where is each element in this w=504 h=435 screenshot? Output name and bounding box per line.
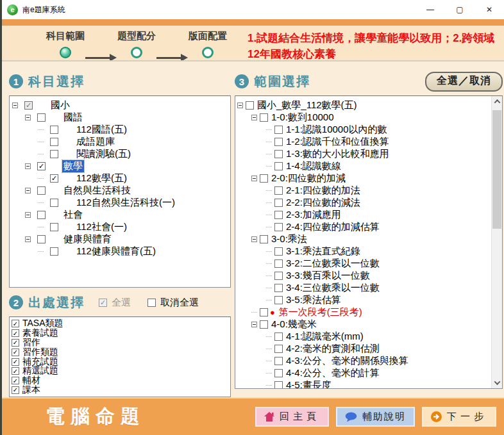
tree-node-label[interactable]: 1-3:數的大小比較和應用 (285, 148, 391, 160)
checkbox-icon[interactable] (274, 150, 283, 158)
source-list-item[interactable]: ✓精選試題 (12, 366, 230, 376)
tree-node-label[interactable]: 2-2:四位數的減法 (285, 197, 362, 209)
select-all-toggle-button[interactable]: 全選／取消 (425, 72, 503, 92)
step-subject-range[interactable]: 科目範圍 (42, 30, 89, 58)
tree-node-label[interactable]: 2-1:四位數的加法 (285, 185, 362, 197)
checkbox-icon[interactable] (50, 138, 58, 146)
tree-node-label[interactable]: 112自然與生活科技(一) (75, 197, 176, 209)
tree-node-label[interactable]: 4-1:認識毫米(mm) (285, 331, 365, 343)
tree-node-label[interactable]: 4-0:幾毫米 (270, 318, 318, 331)
minimize-button[interactable]: — (416, 0, 445, 19)
checkbox-icon[interactable]: ✓ (12, 339, 19, 347)
checkbox-icon[interactable] (50, 223, 58, 231)
deselect-all-checkbox[interactable]: 取消全選 (147, 297, 199, 309)
tree-node-label[interactable]: 3-2:二位數乘以一位數 (285, 258, 381, 270)
expander-minus-icon[interactable] (12, 103, 18, 108)
tree-node-label[interactable]: 3-3:幾百乘以一位數 (285, 270, 371, 282)
tree-node-label[interactable]: 4-4:公分、毫米的計算 (285, 367, 381, 379)
checkbox-icon[interactable] (274, 357, 283, 365)
expander-minus-icon[interactable] (251, 115, 257, 120)
expander-minus-icon[interactable] (25, 188, 31, 193)
expander-minus-icon[interactable] (251, 322, 257, 327)
step-question-allocation[interactable]: 題型配分 (113, 30, 160, 58)
scroll-up-button[interactable] (492, 96, 502, 107)
checkbox-icon[interactable] (274, 369, 283, 377)
checkbox-icon[interactable]: ✓ (12, 386, 19, 394)
checkbox-icon[interactable] (50, 126, 58, 134)
tree-node-label[interactable]: 閱讀測驗(五) (75, 148, 132, 160)
checkbox-icon[interactable] (37, 186, 46, 195)
checkbox-icon[interactable] (274, 223, 283, 231)
tree-node-label[interactable]: 國小 (49, 99, 71, 111)
tree-node-label[interactable]: 4-5:畫長度 (285, 379, 333, 389)
checkbox-icon[interactable] (37, 235, 46, 243)
checkbox-icon[interactable] (274, 162, 283, 170)
tree-node-label[interactable]: 3-5:乘法估算 (285, 294, 342, 306)
home-button[interactable]: 回主頁 (255, 407, 329, 427)
expander-minus-icon[interactable] (251, 236, 257, 242)
scrollbar[interactable] (491, 96, 502, 388)
checkbox-icon[interactable] (274, 381, 283, 389)
checkbox-icon[interactable] (274, 138, 283, 146)
tree-node-label[interactable]: 健康與體育 (62, 233, 113, 245)
checkbox-icon[interactable]: ✓ (12, 377, 19, 384)
checkbox-icon[interactable] (50, 199, 58, 207)
source-list-item[interactable]: ✓課本 (12, 386, 230, 395)
checkbox-icon[interactable] (274, 126, 283, 134)
checkbox-icon[interactable] (274, 296, 283, 304)
source-list-item[interactable]: ✓素養試題 (12, 329, 230, 338)
checkbox-icon[interactable] (274, 272, 283, 280)
next-step-button[interactable]: 下一步 (422, 407, 496, 427)
checkbox-icon[interactable]: ✓ (12, 320, 19, 327)
checkbox-icon[interactable] (260, 113, 268, 122)
expander-minus-icon[interactable] (25, 115, 31, 120)
checkbox-icon[interactable] (37, 113, 46, 122)
tree-node-label[interactable]: 1-4:認識數線 (285, 160, 342, 172)
tree-node-label[interactable]: 數學 (62, 160, 84, 172)
maximize-button[interactable]: ▢ (445, 0, 475, 19)
tree-node-label[interactable]: 2-0:四位數的加減 (270, 172, 347, 185)
tree-node-label[interactable]: 1-1:認識10000以內的數 (285, 124, 389, 136)
tree-node-label[interactable]: 1-2:認識千位和位值換算 (285, 136, 391, 148)
checkbox-icon[interactable]: ✓ (12, 358, 19, 366)
checkbox-icon[interactable] (274, 345, 283, 353)
checkbox-icon[interactable]: ✓ (12, 349, 19, 356)
close-button[interactable]: ✕ (475, 0, 504, 19)
tree-node-label[interactable]: 4-3:公分、毫米的關係與換算 (285, 355, 410, 367)
checkbox-icon[interactable] (274, 211, 283, 219)
tree-node-label[interactable]: 1-0:數到10000 (270, 111, 335, 124)
tree-node-label[interactable]: 3-0:乘法 (270, 233, 308, 245)
checkbox-icon[interactable] (274, 332, 283, 341)
expander-minus-icon[interactable] (25, 212, 31, 218)
scrollbar-thumb[interactable] (492, 110, 501, 229)
tree-node-label[interactable]: 國語 (62, 111, 84, 124)
checkbox-icon[interactable] (50, 150, 58, 158)
help-button[interactable]: 輔助說明 (336, 407, 415, 427)
checkbox-icon[interactable]: ✓ (24, 101, 33, 110)
checkbox-icon[interactable] (274, 199, 283, 207)
checkbox-icon[interactable]: ✓ (37, 162, 46, 170)
tree-node-label[interactable]: 4-2:毫米的實測和估測 (285, 343, 381, 355)
tree-node-label[interactable]: 3-4:三位數乘以一位數 (285, 282, 381, 294)
checkbox-icon[interactable] (50, 247, 58, 256)
expander-minus-icon[interactable] (251, 176, 257, 181)
tree-node-label[interactable]: 2-4:四位數的加減估算 (285, 221, 381, 233)
step-layout[interactable]: 版面配置 (184, 30, 231, 58)
checkbox-icon[interactable] (246, 101, 254, 110)
checkbox-icon[interactable] (274, 186, 283, 195)
tree-node-label[interactable]: 國小_數學_112數學(五) (256, 99, 358, 111)
checkbox-icon[interactable] (260, 174, 268, 183)
checkbox-icon[interactable] (260, 320, 268, 329)
source-list-item[interactable]: ✓輔材 (12, 376, 230, 386)
checkbox-icon[interactable] (274, 247, 283, 256)
checkbox-icon[interactable] (274, 259, 283, 268)
tree-node-label[interactable]: 112社會(一) (75, 221, 128, 233)
tree-node-label[interactable]: 3-1:乘法直式紀錄 (285, 245, 362, 258)
tree-node-label[interactable]: 112健康與體育(五) (75, 245, 157, 258)
tree-node-label[interactable]: 社會 (62, 209, 84, 221)
checkbox-icon[interactable] (37, 211, 46, 219)
expander-minus-icon[interactable] (237, 103, 243, 108)
checkbox-icon[interactable]: ✓ (12, 367, 19, 375)
expander-minus-icon[interactable] (25, 163, 31, 169)
tree-node-label[interactable]: 2-3:加減應用 (285, 209, 342, 221)
